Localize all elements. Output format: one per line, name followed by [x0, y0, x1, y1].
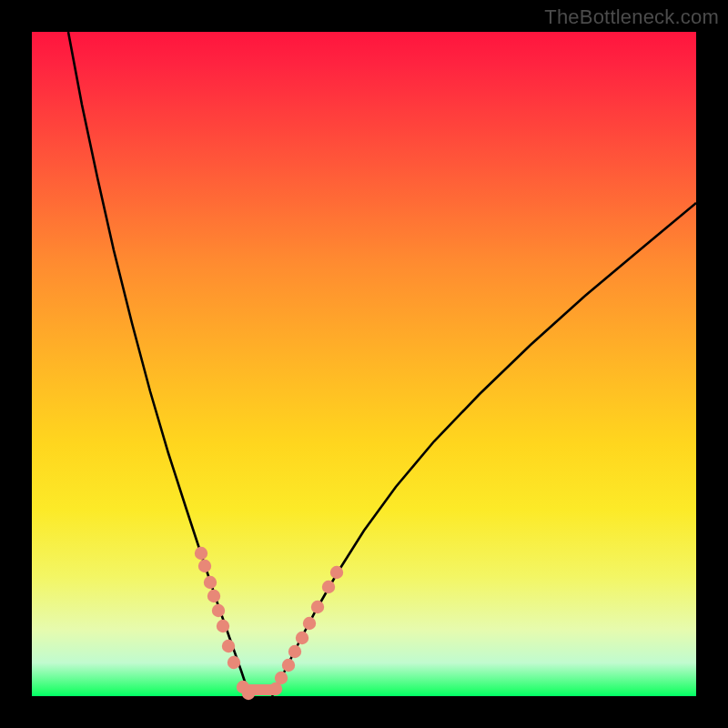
bead [311, 601, 324, 613]
bead [330, 566, 343, 579]
bead [212, 604, 225, 617]
bead [222, 640, 235, 652]
bead [204, 576, 217, 589]
bead [228, 656, 240, 669]
chart-svg [32, 32, 696, 696]
bead [288, 645, 301, 658]
plot-area [32, 32, 696, 696]
bead [207, 590, 220, 602]
bead [303, 617, 316, 630]
right-curve [272, 203, 696, 696]
bead [322, 581, 335, 593]
bead [282, 659, 295, 672]
bead [242, 687, 255, 700]
watermark-text: TheBottleneck.com [544, 5, 719, 29]
bead [195, 547, 207, 560]
beads-left-group [195, 547, 255, 700]
bead [198, 560, 211, 572]
bead [296, 632, 308, 644]
bead [275, 672, 288, 684]
bead [217, 620, 229, 632]
left-curve [68, 32, 250, 696]
